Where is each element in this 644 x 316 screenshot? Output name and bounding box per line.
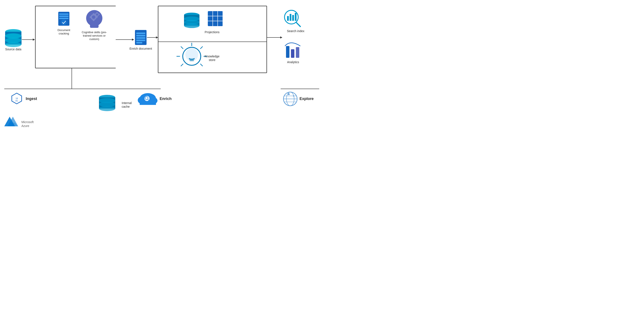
svg-marker-8 xyxy=(33,38,35,41)
svg-rect-56 xyxy=(208,11,223,26)
svg-rect-82 xyxy=(295,13,296,21)
diagram-container: Source data Document cracking xyxy=(0,0,322,158)
svg-marker-36 xyxy=(132,38,134,41)
svg-text:Enrich document: Enrich document xyxy=(130,47,152,50)
svg-line-83 xyxy=(296,23,300,26)
svg-point-21 xyxy=(92,15,95,19)
svg-text:Search index: Search index xyxy=(287,29,304,33)
svg-rect-86 xyxy=(291,49,294,58)
svg-text:store: store xyxy=(209,58,215,62)
svg-rect-40 xyxy=(136,37,145,39)
svg-rect-65 xyxy=(189,58,194,60)
svg-point-115 xyxy=(288,93,290,95)
svg-marker-45 xyxy=(156,36,158,38)
svg-rect-39 xyxy=(136,35,145,36)
svg-text:cache: cache xyxy=(122,105,130,108)
svg-marker-77 xyxy=(280,36,282,38)
svg-rect-30 xyxy=(94,14,96,15)
svg-rect-85 xyxy=(286,46,290,58)
svg-point-16 xyxy=(61,19,67,25)
svg-text:Internal: Internal xyxy=(122,101,132,105)
ingest-label: Ingest xyxy=(26,97,37,101)
svg-rect-13 xyxy=(59,13,68,15)
svg-rect-41 xyxy=(136,40,145,41)
svg-rect-24 xyxy=(90,16,91,18)
svg-rect-19 xyxy=(90,23,98,28)
svg-rect-23 xyxy=(93,20,94,21)
svg-rect-15 xyxy=(59,18,68,19)
svg-rect-66 xyxy=(190,60,194,61)
svg-point-27 xyxy=(96,13,98,16)
svg-text:Knowledge: Knowledge xyxy=(204,55,220,58)
document-cracking-label: Document xyxy=(58,28,70,32)
svg-rect-79 xyxy=(287,16,289,21)
svg-text:cracking: cracking xyxy=(59,32,69,35)
svg-text:01: 01 xyxy=(16,100,18,102)
svg-line-71 xyxy=(200,46,203,49)
svg-text:custom): custom) xyxy=(89,37,99,41)
svg-rect-42 xyxy=(136,42,142,43)
svg-line-73 xyxy=(200,64,203,66)
svg-point-96 xyxy=(99,102,115,107)
svg-text:trained services or: trained services or xyxy=(83,34,106,37)
svg-rect-31 xyxy=(99,14,100,15)
svg-text:Microsoft: Microsoft xyxy=(22,120,34,124)
svg-text:Projections: Projections xyxy=(204,30,220,34)
svg-line-68 xyxy=(181,46,183,49)
svg-rect-38 xyxy=(136,32,145,34)
svg-text:10: 10 xyxy=(16,97,18,100)
svg-rect-87 xyxy=(296,47,299,58)
svg-point-4 xyxy=(5,38,22,43)
svg-line-70 xyxy=(181,64,183,66)
svg-text:Analytics: Analytics xyxy=(287,60,299,64)
svg-point-116 xyxy=(293,95,294,97)
svg-rect-29 xyxy=(96,16,98,17)
svg-rect-28 xyxy=(96,12,98,13)
source-data-label: Source data xyxy=(5,47,22,51)
svg-point-55 xyxy=(184,20,200,25)
svg-rect-80 xyxy=(290,14,291,21)
svg-rect-14 xyxy=(59,16,68,17)
svg-rect-81 xyxy=(292,15,294,21)
svg-text:Cognitive skills (pre-: Cognitive skills (pre- xyxy=(82,31,107,34)
svg-rect-22 xyxy=(93,13,94,14)
enrich-label: Enrich xyxy=(160,97,172,101)
explore-label: Explore xyxy=(300,97,314,101)
svg-text:Azure: Azure xyxy=(22,124,29,128)
